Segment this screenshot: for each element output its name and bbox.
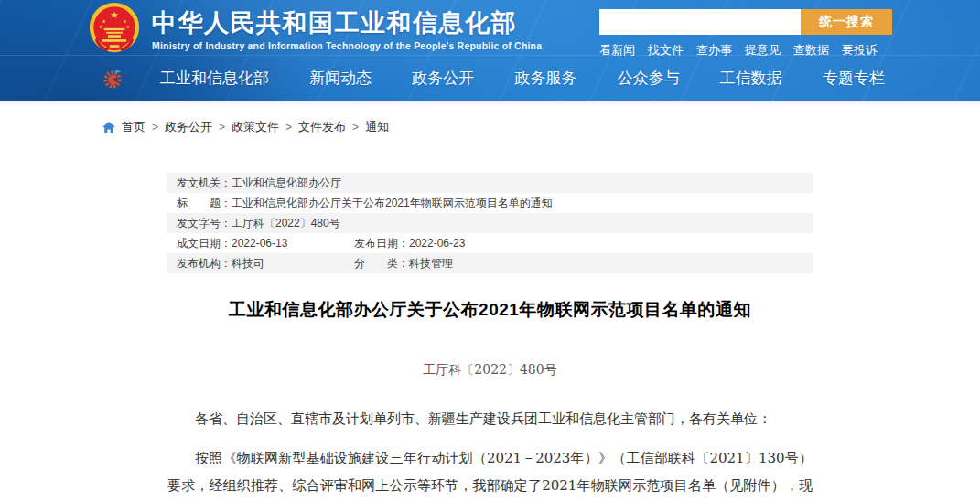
home-icon[interactable]: [102, 122, 115, 133]
document-number: 工厅科〔2022〕480号: [167, 362, 813, 378]
meta-cell-publish-date: 发布日期：2022-06-23: [354, 233, 465, 253]
meta-label: 成文日期：: [177, 237, 232, 250]
quick-link-news[interactable]: 看新闻: [599, 42, 635, 59]
nav-item-topics[interactable]: 专题专栏: [823, 68, 885, 89]
svg-text:★: ★: [110, 9, 118, 20]
document-title: 工业和信息化部办公厅关于公布2021年物联网示范项目名单的通知: [167, 298, 813, 322]
document-paragraph-body: 按照《物联网新型基础设施建设三年行动计划（2021－2023年）》（工信部联科〔…: [167, 444, 813, 501]
quick-link-files[interactable]: 找文件: [648, 42, 684, 59]
nav-item-participation[interactable]: 公众参与: [618, 68, 680, 89]
quick-link-services[interactable]: 查办事: [696, 42, 732, 59]
brand-text: 中华人民共和国工业和信息化部 Ministry of Industry and …: [152, 5, 542, 51]
meta-value: 工厅科〔2022〕480号: [232, 217, 340, 229]
document-paragraph-salutation: 各省、自治区、直辖市及计划单列市、新疆生产建设兵团工业和信息化主管部门，各有关单…: [167, 405, 813, 432]
nav-item-miit[interactable]: 工业和信息化部: [160, 68, 269, 89]
main-nav: 工业和信息化部 新闻动态 政务公开 政务服务 公众参与 工信数据 专题专栏: [0, 55, 980, 101]
nav-item-gov-services[interactable]: 政务服务: [514, 68, 576, 89]
meta-value: 科技管理: [409, 257, 453, 270]
nav-item-gov-info[interactable]: 政务公开: [412, 68, 474, 89]
breadcrumb-separator: >: [219, 121, 225, 133]
meta-value: 工业和信息化部办公厅: [232, 176, 341, 189]
breadcrumb-separator: >: [352, 121, 359, 133]
svg-text:★: ★: [99, 24, 103, 29]
site-subtitle: Ministry of Industry and Information Tec…: [152, 40, 542, 51]
search-button[interactable]: 统一搜索: [801, 9, 892, 35]
meta-label: 发布日期：: [354, 237, 409, 250]
meta-row-issuing-office: 发文机关：工业和信息化部办公厅: [167, 173, 813, 193]
meta-label: 发布机构：: [177, 257, 232, 270]
meta-table: 发文机关：工业和信息化部办公厅 标 题：工业和信息化部办公厅关于公布2021年物…: [167, 173, 813, 273]
nav-item-data[interactable]: 工信数据: [720, 68, 782, 89]
meta-value: 工业和信息化部办公厅关于公布2021年物联网示范项目名单的通知: [232, 197, 553, 209]
breadcrumb-gov-info[interactable]: 政务公开: [165, 119, 212, 135]
quick-link-complaint[interactable]: 要投诉: [842, 42, 878, 59]
meta-value: 科技司: [232, 257, 264, 270]
site-title: 中华人民共和国工业和信息化部: [152, 8, 542, 37]
meta-cell-category: 分 类：科技管理: [354, 253, 453, 273]
breadcrumb-separator: >: [285, 121, 292, 133]
quick-link-data[interactable]: 查数据: [793, 42, 829, 59]
meta-row-doc-number: 发文字号：工厅科〔2022〕480号: [167, 213, 813, 233]
meta-value: 2022-06-23: [409, 237, 465, 250]
breadcrumb-home[interactable]: 首页: [122, 119, 145, 135]
meta-label: 发文机关：: [177, 176, 232, 189]
meta-label: 分 类：: [354, 257, 409, 270]
meta-row-dates: 成文日期：2022-06-13 发布日期：2022-06-23: [167, 233, 813, 253]
document-area: 发文机关：工业和信息化部办公厅 标 题：工业和信息化部办公厅关于公布2021年物…: [167, 173, 813, 501]
header-top: ★ ★ ★ ★ ★ 中华人民共和国工业和信息化部 Ministry of Ind…: [0, 0, 980, 55]
meta-row-agency-category: 发布机构：科技司 分 类：科技管理: [167, 253, 813, 273]
meta-label: 标 题：: [177, 197, 232, 209]
svg-text:★: ★: [123, 18, 127, 24]
quick-link-feedback[interactable]: 提意见: [745, 42, 781, 59]
meta-label: 发文字号：: [177, 217, 232, 229]
breadcrumb-current-notice: 通知: [365, 119, 389, 135]
miit-gear-icon: [102, 69, 123, 89]
nav-items: 工业和信息化部 新闻动态 政务公开 政务服务 公众参与 工信数据 专题专栏: [160, 68, 885, 89]
svg-text:★: ★: [102, 18, 106, 24]
brand[interactable]: ★ ★ ★ ★ ★ 中华人民共和国工业和信息化部 Ministry of Ind…: [89, 2, 542, 53]
breadcrumb-policy-docs[interactable]: 政策文件: [232, 119, 279, 135]
breadcrumb-doc-release[interactable]: 文件发布: [298, 119, 346, 135]
site-header: ★ ★ ★ ★ ★ 中华人民共和国工业和信息化部 Ministry of Ind…: [0, 0, 980, 101]
search-area: 统一搜索 看新闻 找文件 查办事 提意见 查数据 要投诉: [599, 9, 892, 59]
svg-text:★: ★: [126, 24, 131, 29]
quick-links: 看新闻 找文件 查办事 提意见 查数据 要投诉: [599, 42, 892, 59]
meta-value: 2022-06-13: [232, 237, 287, 250]
search-input[interactable]: [599, 9, 801, 35]
national-emblem-icon: ★ ★ ★ ★ ★: [89, 2, 140, 53]
header-bottom-strip: [0, 101, 980, 105]
meta-row-title: 标 题：工业和信息化部办公厅关于公布2021年物联网示范项目名单的通知: [167, 193, 813, 213]
breadcrumb-separator: >: [152, 121, 158, 133]
search-row: 统一搜索: [599, 9, 892, 35]
breadcrumb: 首页 > 政务公开 > 政策文件 > 文件发布 > 通知: [102, 118, 980, 136]
nav-item-news[interactable]: 新闻动态: [309, 68, 372, 89]
